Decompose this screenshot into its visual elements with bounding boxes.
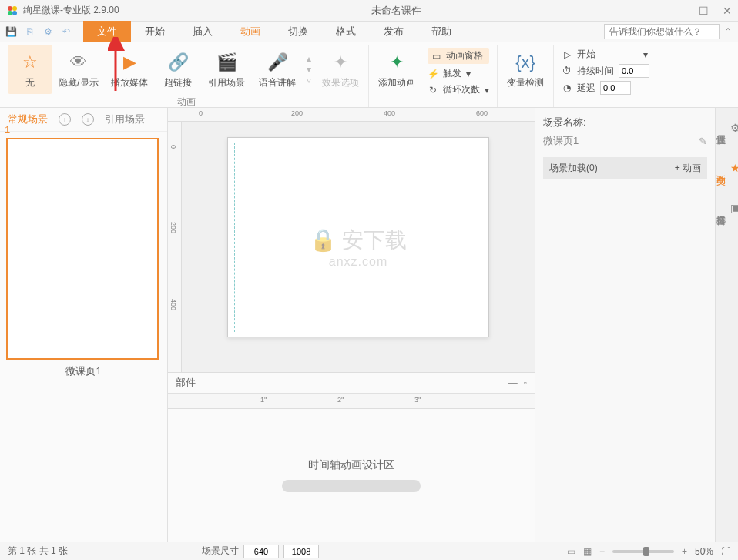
svg-point-3: [12, 11, 17, 15]
page-info: 第 1 张 共 1 张: [8, 545, 68, 558]
left-tab-ref[interactable]: 引用场景: [105, 112, 145, 126]
zoom-fit-icon[interactable]: ⛶: [721, 546, 730, 557]
status-bar: 第 1 张 共 1 张 场景尺寸 ▭ ▦ − + 50% ⛶: [0, 542, 738, 560]
collapse-ribbon-icon[interactable]: ⌃: [724, 26, 732, 37]
ribbon-voice-button[interactable]: 🎤 语音讲解: [253, 45, 302, 94]
scene-load-row[interactable]: 场景加载(0) + 动画: [543, 157, 707, 179]
scene-name-label: 场景名称:: [543, 116, 707, 129]
tab-file[interactable]: 文件: [83, 21, 131, 42]
minimize-button[interactable]: —: [674, 5, 685, 17]
timeline-expand-icon[interactable]: ▫: [524, 377, 527, 388]
timeline-label: 部件: [176, 376, 196, 390]
ribbon-timing-start[interactable]: ▷ 开始 ▾: [562, 48, 649, 61]
vertical-ruler: 0 200 400: [168, 122, 182, 372]
delay-icon: ◔: [562, 82, 572, 93]
scene-size-label: 场景尺寸: [202, 545, 239, 558]
ribbon-timing-delay: ◔ 延迟: [562, 81, 649, 95]
mic-icon: 🎤: [265, 50, 290, 75]
tab-format[interactable]: 格式: [322, 21, 370, 42]
timeline-bar: [282, 480, 421, 492]
ribbon-none-button[interactable]: ☆ 无: [8, 45, 52, 94]
slide-thumbnail[interactable]: [6, 138, 159, 360]
document-title: 未命名课件: [119, 4, 674, 18]
ribbon-animpane-button[interactable]: ▭ 动画窗格: [428, 48, 489, 64]
qat-save-icon[interactable]: 💾: [5, 25, 17, 38]
view-grid-icon[interactable]: ▦: [583, 546, 592, 557]
svg-point-1: [12, 6, 17, 11]
pane-icon: ▭: [431, 51, 441, 62]
svg-point-2: [8, 11, 12, 15]
slide-number: 1: [5, 124, 10, 136]
sparkle-icon: ✦: [328, 50, 353, 75]
timeline-ruler: 1'' 2'' 3'': [168, 394, 535, 409]
left-panel: 常规场景 ↑ ↓ 引用场景 1 微课页1: [0, 108, 168, 542]
star-icon: ★: [730, 162, 739, 174]
tab-help[interactable]: 帮助: [418, 21, 465, 42]
chevron-down-icon: ▾: [485, 85, 489, 96]
horizontal-ruler: 0 200 400 600: [168, 108, 535, 122]
timeline-panel: 部件 — ▫ 1'' 2'' 3'' 时间轴动画设计区: [168, 372, 535, 542]
move-up-button[interactable]: ↑: [59, 113, 71, 126]
scene-width-input[interactable]: [243, 545, 279, 558]
move-down-button[interactable]: ↓: [82, 113, 94, 126]
timeline-collapse-icon[interactable]: —: [508, 377, 518, 388]
duration-input[interactable]: [619, 64, 649, 78]
star-icon: ☆: [18, 50, 42, 75]
loop-icon: ↻: [428, 85, 438, 96]
tell-me-box: ⌃: [604, 24, 738, 39]
main-area: 常规场景 ↑ ↓ 引用场景 1 微课页1 0 200 400 600 0 200…: [0, 108, 738, 542]
zoom-out-button[interactable]: −: [599, 546, 605, 557]
right-tab-properties[interactable]: ⚙ 属性设置: [713, 116, 739, 140]
canvas-page[interactable]: [227, 137, 489, 337]
scroll-up-icon[interactable]: ▴: [307, 53, 311, 64]
edit-name-icon[interactable]: ✎: [699, 136, 707, 147]
left-tab-normal[interactable]: 常规场景: [8, 112, 48, 126]
zoom-slider[interactable]: [612, 550, 674, 553]
close-button[interactable]: ✕: [723, 5, 732, 17]
tab-animation[interactable]: 动画: [226, 21, 274, 42]
ribbon-addanim-button[interactable]: ✦ 添加动画: [372, 45, 421, 94]
gear-icon: ⚙: [730, 122, 739, 134]
delay-input[interactable]: [600, 81, 631, 95]
clapper-icon: 🎬: [214, 50, 239, 75]
maximize-button[interactable]: ☐: [699, 5, 709, 17]
ribbon-loopcount-button[interactable]: ↻ 循环次数 ▾: [428, 83, 489, 96]
ribbon-refscene-button[interactable]: 🎬 引用场景: [202, 45, 251, 94]
canvas-viewport[interactable]: 🔒 安下载 anxz.com: [182, 122, 535, 372]
ribbon-timing-duration: ⏱ 持续时间: [562, 64, 649, 78]
ribbon-playmedia-button[interactable]: ▶ 播放媒体: [105, 45, 154, 94]
app-title: 绚星微课-专业版 2.9.00: [23, 4, 119, 17]
right-tab-selection[interactable]: ▣ 选择窗格: [713, 196, 739, 220]
view-single-icon[interactable]: ▭: [567, 546, 575, 557]
scene-height-input[interactable]: [283, 545, 319, 558]
link-icon: 🔗: [166, 50, 190, 75]
variable-icon: {x}: [513, 50, 538, 75]
zoom-in-button[interactable]: +: [682, 546, 687, 557]
ribbon-effectopts-button[interactable]: ✦ 效果选项: [316, 45, 365, 94]
ribbon-trigger-button[interactable]: ⚡ 触发 ▾: [428, 67, 489, 80]
svg-point-0: [8, 6, 12, 11]
tab-transition[interactable]: 切换: [274, 21, 322, 42]
chevron-down-icon: ▾: [643, 49, 648, 60]
qat-settings-icon[interactable]: ⚙: [42, 25, 54, 38]
tab-insert[interactable]: 插入: [179, 21, 226, 42]
right-tab-interaction[interactable]: ★ 交互动画: [713, 156, 739, 180]
scroll-down-icon[interactable]: ▾: [307, 64, 311, 75]
qat-undo-icon[interactable]: ↶: [60, 25, 72, 38]
tell-me-input[interactable]: [604, 24, 720, 39]
qat-new-icon[interactable]: ⎘: [23, 25, 35, 38]
play-small-icon: ▷: [562, 49, 572, 60]
bolt-icon: ⚡: [428, 69, 438, 79]
ribbon-vardetect-button[interactable]: {x} 变量检测: [501, 45, 550, 94]
slide-label: 微课页1: [6, 364, 161, 378]
layers-icon: ▣: [730, 202, 739, 214]
scroll-more-icon[interactable]: ▿: [307, 75, 311, 86]
scene-name-value: 微课页1: [543, 134, 579, 148]
star-plus-icon: ✦: [384, 50, 409, 75]
ribbon-hyperlink-button[interactable]: 🔗 超链接: [156, 45, 200, 94]
tab-publish[interactable]: 发布: [370, 21, 418, 42]
ribbon-hideshow-button[interactable]: 👁 隐藏/显示: [54, 45, 103, 94]
chevron-down-icon: ▾: [466, 69, 471, 79]
tab-start[interactable]: 开始: [131, 21, 179, 42]
quick-access-toolbar: 💾 ⎘ ⚙ ↶: [0, 25, 77, 38]
